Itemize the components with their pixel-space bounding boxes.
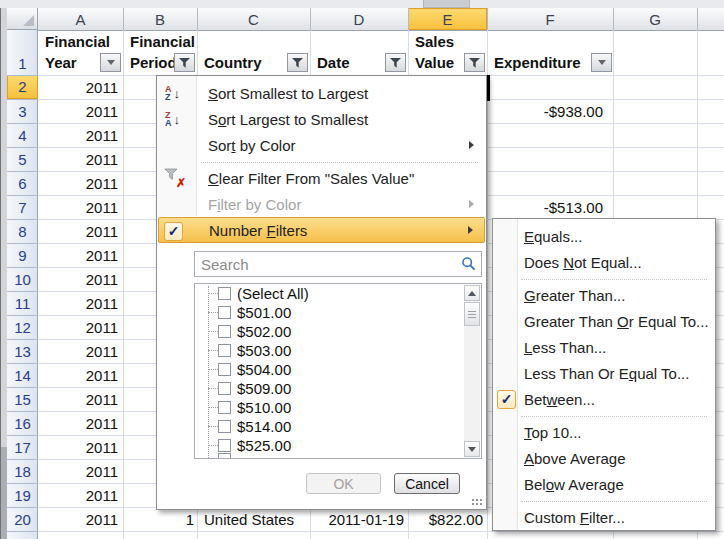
value-checkbox[interactable] — [218, 344, 231, 357]
submenu-item-does-not-equal[interactable]: Does Not Equal... — [494, 249, 714, 275]
value-checkbox[interactable] — [218, 325, 231, 338]
cell-A9[interactable]: 2011 — [38, 243, 123, 267]
column-header-G[interactable]: G — [613, 8, 697, 30]
scrollbar-thumb[interactable] — [464, 302, 480, 326]
submenu-item-custom-filter[interactable]: Custom Filter... — [494, 504, 714, 530]
row-header-11[interactable]: 11 — [7, 291, 38, 315]
row-header-9[interactable]: 9 — [7, 243, 38, 267]
menu-resize-grip[interactable] — [471, 497, 483, 506]
submenu-item-greater-than-or-equal-to[interactable]: Greater Than Or Equal To... — [494, 308, 714, 334]
value-checkbox[interactable] — [218, 306, 231, 319]
cell-A18[interactable]: 2011 — [38, 459, 123, 483]
cell-F7[interactable]: -$513.00 — [487, 195, 613, 219]
value-checkbox[interactable] — [218, 363, 231, 376]
row-header-2[interactable]: 2 — [7, 75, 38, 99]
cell-A7[interactable]: 2011 — [38, 195, 123, 219]
cell-A13[interactable]: 2011 — [38, 339, 123, 363]
cell-A10[interactable]: 2011 — [38, 267, 123, 291]
column-header-D[interactable]: D — [310, 8, 408, 30]
search-icon[interactable] — [461, 256, 477, 272]
filter-button-F[interactable] — [591, 53, 612, 72]
row-header-6[interactable]: 6 — [7, 171, 38, 195]
cell-E20[interactable]: $822.00 — [408, 507, 487, 531]
cell-A16[interactable]: 2011 — [38, 411, 123, 435]
menu-item-filter-by-color[interactable]: Filter by Color — [158, 191, 485, 217]
filter-button-B[interactable] — [174, 53, 195, 72]
filter-button-A[interactable] — [100, 53, 121, 72]
cancel-button[interactable]: Cancel — [394, 473, 460, 494]
cell-A2[interactable]: 2011 — [38, 75, 123, 99]
cell-A8[interactable]: 2011 — [38, 219, 123, 243]
row-header-1[interactable]: 1 — [7, 30, 38, 75]
list-scrollbar[interactable] — [464, 285, 480, 457]
row-header-14[interactable]: 14 — [7, 363, 38, 387]
cell-A11[interactable]: 2011 — [38, 291, 123, 315]
row-header-17[interactable]: 17 — [7, 435, 38, 459]
search-input[interactable] — [195, 252, 481, 276]
column-header-A[interactable]: A — [38, 8, 123, 30]
cell-F3[interactable]: -$938.00 — [487, 99, 613, 123]
row-header-8[interactable]: 8 — [7, 219, 38, 243]
column-header-E[interactable]: E — [408, 8, 487, 30]
value-checkbox[interactable] — [218, 382, 231, 395]
cell-A3[interactable]: 2011 — [38, 99, 123, 123]
row-header-7[interactable]: 7 — [7, 195, 38, 219]
menu-item-sort-smallest-to-largest[interactable]: Sort Smallest to LargestAZ↓ — [158, 80, 485, 106]
cell-A14[interactable]: 2011 — [38, 363, 123, 387]
cell-A15[interactable]: 2011 — [38, 387, 123, 411]
menu-item-label: ort Smallest to Largest — [218, 85, 368, 102]
cell-C20[interactable]: United States — [197, 507, 310, 531]
submenu-item-less-than[interactable]: Less Than... — [494, 334, 714, 360]
submenu-item-equals[interactable]: Equals... — [494, 223, 714, 249]
select-all-corner[interactable] — [7, 8, 38, 30]
menu-item-sort-largest-to-smallest[interactable]: Sort Largest to SmallestZA↓ — [158, 106, 485, 132]
filter-button-C[interactable] — [287, 53, 308, 72]
submenu-item-top-10[interactable]: Top 10... — [494, 419, 714, 445]
row-header-10[interactable]: 10 — [7, 267, 38, 291]
submenu-item-less-than-or-equal-to[interactable]: Less Than Or Equal To... — [494, 360, 714, 386]
column-header-F[interactable]: F — [487, 8, 613, 30]
submenu-item-below-average[interactable]: Below Average — [494, 471, 714, 497]
row-header-13[interactable]: 13 — [7, 339, 38, 363]
cell-A19[interactable]: 2011 — [38, 483, 123, 507]
row-header-3[interactable]: 3 — [7, 99, 38, 123]
value-checkbox[interactable] — [218, 287, 231, 300]
submenu-item-between[interactable]: Between...✓ — [494, 386, 714, 412]
cell-A4[interactable]: 2011 — [38, 123, 123, 147]
row-header-16[interactable]: 16 — [7, 411, 38, 435]
column-header-B[interactable]: B — [123, 8, 197, 30]
cell-A6[interactable]: 2011 — [38, 171, 123, 195]
scroll-up-button[interactable] — [464, 285, 480, 301]
row-header-4[interactable]: 4 — [7, 123, 38, 147]
filter-button-E[interactable] — [464, 53, 485, 72]
header-cell-F[interactable]: Expenditure — [494, 30, 606, 75]
cell-A20[interactable]: 2011 — [38, 507, 123, 531]
submenu-item-above-average[interactable]: Above Average — [494, 445, 714, 471]
value-checkbox[interactable] — [218, 453, 231, 459]
cell-A12[interactable]: 2011 — [38, 315, 123, 339]
menu-item-sort-by-color[interactable]: Sort by Color — [158, 132, 485, 158]
ok-button[interactable]: OK — [306, 473, 381, 494]
row-header-5[interactable]: 5 — [7, 147, 38, 171]
row-divider — [7, 483, 38, 484]
cell-A17[interactable]: 2011 — [38, 435, 123, 459]
submenu-item-greater-than[interactable]: Greater Than... — [494, 282, 714, 308]
menu-item-clear-filter-from-sales-value[interactable]: Clear Filter From "Sales Value"✗ — [158, 165, 485, 191]
filter-button-D[interactable] — [385, 53, 406, 72]
value-checkbox[interactable] — [218, 439, 231, 452]
row-header-18[interactable]: 18 — [7, 459, 38, 483]
scroll-down-button[interactable] — [464, 441, 480, 457]
value-checkbox[interactable] — [218, 420, 231, 433]
value-checkbox[interactable] — [218, 401, 231, 414]
row-header-12[interactable]: 12 — [7, 315, 38, 339]
formula-bar-divider — [423, 0, 470, 8]
row-header-15[interactable]: 15 — [7, 387, 38, 411]
column-header-C[interactable]: C — [197, 8, 310, 30]
menu-item-number-filters[interactable]: Number Filters✓ — [158, 217, 485, 243]
cell-B20[interactable]: 1 — [123, 507, 197, 531]
cell-D20[interactable]: 2011-01-19 — [310, 507, 408, 531]
row-header-20[interactable]: 20 — [7, 507, 38, 531]
row-header-19[interactable]: 19 — [7, 483, 38, 507]
cell-A5[interactable]: 2011 — [38, 147, 123, 171]
row-divider — [7, 363, 38, 364]
